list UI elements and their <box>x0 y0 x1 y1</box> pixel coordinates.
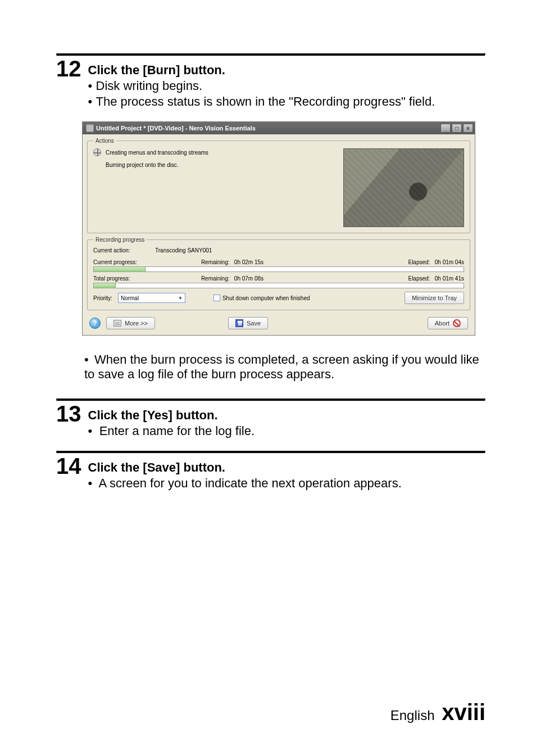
button-label: More >> <box>125 320 148 327</box>
priority-select[interactable]: Normal ▼ <box>118 293 185 303</box>
window-titlebar[interactable]: Untitled Project * [DVD-Video] - Nero Vi… <box>83 122 475 134</box>
total-progress-label: Total progress: <box>93 275 155 282</box>
current-progress-label: Current progress: <box>93 259 155 265</box>
current-progress-fill <box>94 267 146 271</box>
step-14: 14 Click the [Save] button. • A screen f… <box>56 455 485 491</box>
footer-language: English <box>390 708 435 723</box>
step-bullet: •Disk writing begins. <box>88 79 486 93</box>
step-number: 14 <box>56 455 81 477</box>
window-title: Untitled Project * [DVD-Video] - Nero Vi… <box>96 125 256 132</box>
window-body: Actions Creating menus and transcoding s… <box>83 134 475 335</box>
remaining-value: 0h 07m 08s <box>234 275 264 282</box>
step-number: 13 <box>56 402 81 425</box>
elapsed-value: 0h 01m 41s <box>435 275 464 282</box>
recording-progress-group: Recording progress Current action: Trans… <box>87 237 470 310</box>
actions-group: Actions Creating menus and transcoding s… <box>87 138 470 233</box>
footer-page: xviii <box>442 700 485 725</box>
step-title: Click the [Yes] button. <box>88 408 486 423</box>
nero-window: Untitled Project * [DVD-Video] - Nero Vi… <box>82 121 475 336</box>
gear-icon <box>93 148 101 156</box>
page-footer: English xviii <box>390 700 485 725</box>
button-label: Minimize to Tray <box>412 295 457 301</box>
elapsed-label: Elapsed: <box>408 259 430 265</box>
button-label: Save <box>247 320 261 327</box>
step-12: 12 Click the [Burn] button. •Disk writin… <box>56 57 485 109</box>
total-progress-fill <box>94 283 116 288</box>
total-progress-bar <box>93 283 464 288</box>
priority-label: Priority: <box>93 295 112 301</box>
remaining-value: 0h 02m 15s <box>234 259 264 265</box>
bullet-text: Enter a name for the log file. <box>99 424 255 438</box>
shutdown-label: Shut down computer when finished <box>222 295 310 301</box>
save-icon <box>235 319 243 327</box>
step-body: Click the [Yes] button. • Enter a name f… <box>88 402 486 438</box>
actions-list: Creating menus and transcoding streams B… <box>93 148 337 227</box>
abort-button[interactable]: Abort <box>428 317 468 329</box>
step-body: Click the [Burn] button. •Disk writing b… <box>88 57 486 109</box>
action-text: Burning project onto the disc. <box>106 162 179 168</box>
window-controls: _ □ × <box>440 124 473 133</box>
elapsed-value: 0h 01m 04s <box>435 259 464 265</box>
note-text: When the burn process is completed, a sc… <box>84 352 479 381</box>
current-progress-bar <box>93 266 464 272</box>
step-note: •When the burn process is completed, a s… <box>84 352 485 382</box>
action-item: Burning project onto the disc. <box>106 162 337 168</box>
button-label: Abort <box>435 320 449 327</box>
step-bullet: •The process status is shown in the "Rec… <box>88 94 486 109</box>
step-body: Click the [Save] button. • A screen for … <box>88 455 486 491</box>
more-button[interactable]: More >> <box>106 317 155 329</box>
step-bullet: • Enter a name for the log file. <box>88 424 486 438</box>
checkbox-icon <box>214 295 220 301</box>
priority-value: Normal <box>121 295 139 301</box>
chevron-down-icon: ▼ <box>178 296 183 301</box>
more-icon <box>113 320 121 327</box>
current-action-value: Transcoding SANY001 <box>155 247 464 253</box>
step-title: Click the [Save] button. <box>88 460 486 475</box>
elapsed-label: Elapsed: <box>408 275 430 282</box>
step-bullet: • A screen for you to indicate the next … <box>88 476 486 491</box>
help-icon[interactable]: ? <box>89 318 101 329</box>
action-text: Creating menus and transcoding streams <box>106 150 208 156</box>
shutdown-checkbox[interactable]: Shut down computer when finished <box>214 295 310 301</box>
remaining-label: Remaining: <box>201 275 230 282</box>
recording-legend: Recording progress <box>93 237 147 243</box>
bullet-text: A screen for you to indicate the next op… <box>98 476 401 490</box>
actions-legend: Actions <box>93 138 116 144</box>
abort-icon <box>453 319 461 327</box>
minimize-button[interactable]: _ <box>440 124 451 133</box>
section-rule <box>56 399 485 401</box>
step-number: 12 <box>56 57 81 80</box>
video-preview <box>343 148 464 227</box>
step-13: 13 Click the [Yes] button. • Enter a nam… <box>56 402 485 438</box>
section-rule <box>56 53 485 56</box>
minimize-to-tray-button[interactable]: Minimize to Tray <box>405 292 464 304</box>
current-action-label: Current action: <box>93 247 155 253</box>
close-button[interactable]: × <box>463 124 473 133</box>
save-button[interactable]: Save <box>228 317 268 329</box>
bullet-text: The process status is shown in the "Reco… <box>96 94 435 108</box>
bottom-bar: ? More >> Save Abort <box>87 314 470 331</box>
app-icon <box>86 124 94 132</box>
step-title: Click the [Burn] button. <box>88 63 486 78</box>
maximize-button[interactable]: □ <box>452 124 462 133</box>
remaining-label: Remaining: <box>201 259 230 265</box>
action-item: Creating menus and transcoding streams <box>93 148 337 156</box>
section-rule <box>56 451 485 454</box>
bullet-text: Disk writing begins. <box>96 79 203 93</box>
